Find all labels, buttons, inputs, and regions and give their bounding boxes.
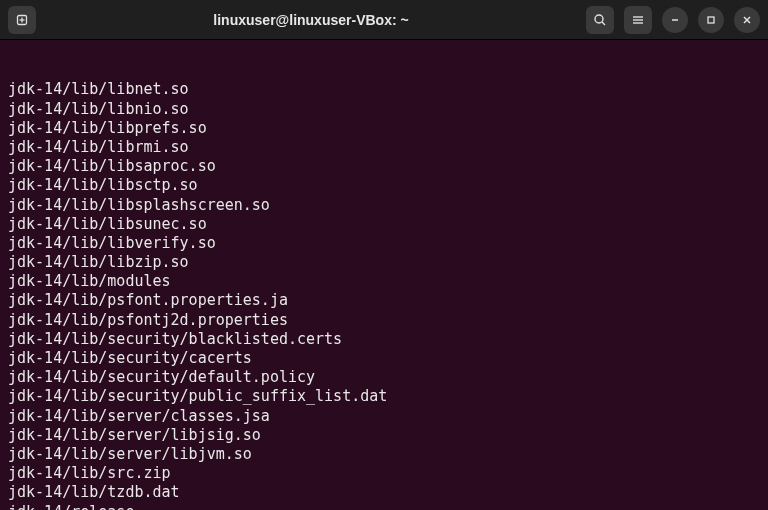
output-line: jdk-14/lib/server/libjsig.so bbox=[8, 426, 760, 445]
output-line: jdk-14/lib/libprefs.so bbox=[8, 119, 760, 138]
output-line: jdk-14/lib/librmi.so bbox=[8, 138, 760, 157]
maximize-icon bbox=[706, 15, 716, 25]
output-line: jdk-14/lib/modules bbox=[8, 272, 760, 291]
hamburger-icon bbox=[631, 13, 645, 27]
output-line: jdk-14/lib/libzip.so bbox=[8, 253, 760, 272]
output-line: jdk-14/lib/server/libjvm.so bbox=[8, 445, 760, 464]
output-line: jdk-14/lib/libsaproc.so bbox=[8, 157, 760, 176]
search-button[interactable] bbox=[586, 6, 614, 34]
output-line: jdk-14/lib/libverify.so bbox=[8, 234, 760, 253]
output-line: jdk-14/lib/libsctp.so bbox=[8, 176, 760, 195]
terminal-output[interactable]: jdk-14/lib/libnet.sojdk-14/lib/libnio.so… bbox=[0, 40, 768, 510]
svg-line-4 bbox=[602, 22, 605, 25]
output-line: jdk-14/lib/libsplashscreen.so bbox=[8, 196, 760, 215]
svg-point-3 bbox=[595, 15, 603, 23]
output-line: jdk-14/lib/psfont.properties.ja bbox=[8, 291, 760, 310]
titlebar: linuxuser@linuxuser-VBox: ~ bbox=[0, 0, 768, 40]
minimize-button[interactable] bbox=[662, 7, 688, 33]
output-line: jdk-14/release bbox=[8, 503, 760, 511]
output-line: jdk-14/lib/server/classes.jsa bbox=[8, 407, 760, 426]
titlebar-right bbox=[586, 6, 760, 34]
maximize-button[interactable] bbox=[698, 7, 724, 33]
output-line: jdk-14/lib/security/blacklisted.certs bbox=[8, 330, 760, 349]
output-line: jdk-14/lib/security/public_suffix_list.d… bbox=[8, 387, 760, 406]
output-line: jdk-14/lib/psfontj2d.properties bbox=[8, 311, 760, 330]
output-line: jdk-14/lib/security/cacerts bbox=[8, 349, 760, 368]
output-line: jdk-14/lib/security/default.policy bbox=[8, 368, 760, 387]
titlebar-left bbox=[8, 6, 36, 34]
close-button[interactable] bbox=[734, 7, 760, 33]
output-line: jdk-14/lib/src.zip bbox=[8, 464, 760, 483]
terminal-window: linuxuser@linuxuser-VBox: ~ bbox=[0, 0, 768, 510]
output-line: jdk-14/lib/libnio.so bbox=[8, 100, 760, 119]
search-icon bbox=[593, 13, 607, 27]
new-tab-icon bbox=[15, 13, 29, 27]
window-title: linuxuser@linuxuser-VBox: ~ bbox=[44, 12, 578, 28]
output-line: jdk-14/lib/libsunec.so bbox=[8, 215, 760, 234]
output-lines: jdk-14/lib/libnet.sojdk-14/lib/libnio.so… bbox=[8, 80, 760, 510]
output-line: jdk-14/lib/libnet.so bbox=[8, 80, 760, 99]
output-line: jdk-14/lib/tzdb.dat bbox=[8, 483, 760, 502]
close-icon bbox=[742, 15, 752, 25]
menu-button[interactable] bbox=[624, 6, 652, 34]
svg-rect-9 bbox=[708, 17, 714, 23]
new-tab-button[interactable] bbox=[8, 6, 36, 34]
minimize-icon bbox=[670, 15, 680, 25]
